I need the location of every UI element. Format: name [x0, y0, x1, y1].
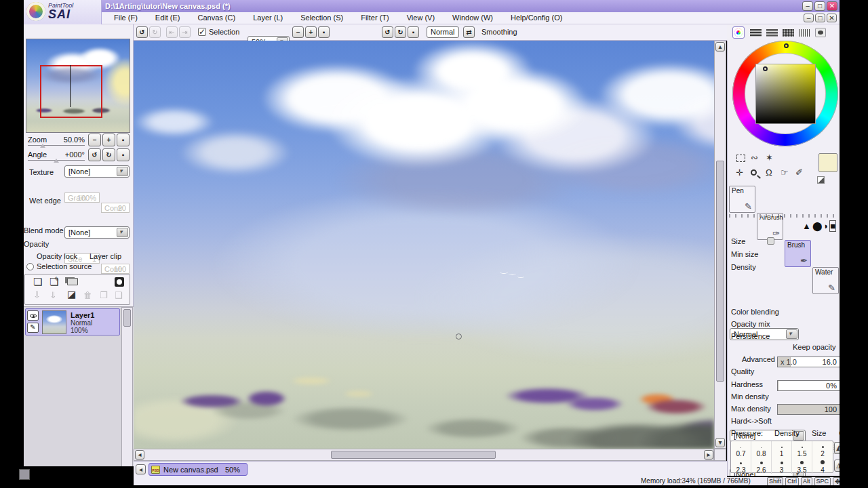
nav-angle-slider-thumb[interactable] [54, 159, 59, 163]
secondary-color-swatch[interactable] [817, 176, 825, 184]
brush-mode-arrow-icon[interactable] [786, 329, 797, 339]
menu-edit[interactable]: Edit (E) [155, 14, 180, 22]
app-minimize-button[interactable] [802, 1, 813, 11]
tool-pen[interactable]: Pen✎ [729, 186, 755, 213]
deselect-button[interactable] [166, 26, 178, 38]
color-wheel[interactable] [732, 41, 838, 146]
doc-maximize-button[interactable] [815, 14, 825, 22]
menu-filter[interactable]: Filter (T) [361, 14, 389, 22]
tip-triangle-icon[interactable]: ▲ [802, 221, 811, 231]
size-slider[interactable]: x 1.016.0 [777, 357, 840, 367]
magic-wand-icon[interactable]: ✶ [766, 153, 773, 162]
navigator-preview[interactable] [26, 39, 130, 133]
rotate-cw-button[interactable] [395, 26, 406, 38]
scroll-right-button[interactable] [704, 450, 713, 460]
horizontal-scroll-thumb[interactable] [331, 451, 496, 459]
sv-selector-ring[interactable] [763, 66, 768, 71]
layer-row-layer1[interactable]: ✎ Layer1 Normal 100% [25, 308, 120, 336]
layer-visibility-toggle[interactable] [27, 310, 39, 321]
hsv-slider-tab-icon[interactable] [766, 29, 778, 37]
menu-layer[interactable]: Layer (L) [253, 14, 283, 22]
nav-zoom-slider-thumb[interactable] [40, 144, 45, 148]
menu-view[interactable]: View (V) [407, 14, 435, 22]
nav-rotate-reset-button[interactable] [117, 148, 130, 161]
rotate-tool-icon[interactable]: Ω [766, 168, 772, 177]
saturation-value-square[interactable] [755, 64, 816, 124]
color-wheel-tab-icon[interactable] [732, 26, 745, 39]
nav-zoom-out-button[interactable] [88, 134, 101, 146]
app-maximize-button[interactable] [814, 1, 825, 11]
scroll-down-button[interactable] [715, 438, 725, 447]
tip-dome-icon[interactable]: ◗ [823, 221, 829, 231]
lasso-icon[interactable]: ∾ [751, 153, 758, 162]
selection-visible-checkbox[interactable] [198, 28, 206, 36]
doc-close-button[interactable] [827, 14, 837, 22]
wet-edge-dropdown-arrow-icon[interactable] [117, 228, 128, 237]
doc-minimize-button[interactable] [804, 14, 814, 22]
hand-tool-icon[interactable]: ☞ [781, 168, 789, 177]
transfer-down-icon[interactable]: ⇩ [33, 291, 41, 300]
menu-file[interactable]: File (F) [114, 14, 138, 22]
tab-scroll-left-button[interactable] [136, 464, 146, 474]
paint-mode-box[interactable]: Normal [427, 26, 459, 38]
clear-layer-icon[interactable]: ◪ [67, 289, 76, 299]
hue-selector-ring[interactable] [784, 43, 789, 48]
brush-tip-shapes[interactable]: ▲⬤◗■ [802, 220, 840, 232]
tip-square-icon[interactable]: ■ [830, 221, 835, 231]
current-color-swatch[interactable] [818, 153, 837, 172]
menu-canvas[interactable]: Canvas (C) [198, 14, 236, 22]
delete-layer-icon[interactable]: 🗑 [83, 291, 92, 300]
zoom-tool-icon[interactable] [751, 169, 757, 176]
nav-zoom-reset-button[interactable] [117, 134, 130, 146]
undo-button[interactable] [136, 26, 148, 38]
reselect-button[interactable] [179, 26, 191, 38]
density-slider[interactable]: 100 [777, 404, 840, 415]
tip-round-icon[interactable]: ⬤ [812, 221, 823, 231]
rotate-ccw-button[interactable] [382, 26, 393, 38]
layer-list-scrollbar[interactable] [121, 307, 133, 467]
vertical-scroll-thumb[interactable] [716, 161, 724, 382]
scroll-left-button[interactable] [135, 450, 144, 460]
texture-dropdown-arrow-icon[interactable] [117, 167, 128, 176]
zoom-in-button[interactable] [305, 26, 317, 38]
merge-down-icon[interactable]: ⇓ [50, 291, 57, 300]
texture-dropdown[interactable]: [None] [64, 165, 130, 178]
size-unit-toggle[interactable] [767, 237, 774, 245]
copy-layer-icon[interactable]: ❐ [100, 291, 108, 300]
layer-mask-icon[interactable] [115, 277, 124, 287]
flip-horizontal-button[interactable] [463, 26, 475, 38]
menu-helpconfig[interactable]: Help/Config (O) [511, 14, 562, 22]
eyedropper-tool-icon[interactable]: ✐ [795, 168, 803, 177]
canvas-viewport[interactable] [134, 41, 714, 449]
zoom-out-button[interactable] [292, 26, 304, 38]
paste-layer-icon[interactable]: ❑ [115, 291, 123, 300]
size-grid-scroll-down-button[interactable] [834, 460, 840, 472]
nav-rotate-ccw-button[interactable] [88, 148, 101, 161]
rect-select-icon[interactable] [736, 155, 745, 162]
vertical-scrollbar[interactable] [714, 41, 726, 449]
menu-window[interactable]: Window (W) [452, 14, 493, 22]
scratchpad-tab-icon[interactable] [815, 28, 826, 37]
size-grid-scroll-up-button[interactable] [834, 442, 840, 454]
wet-edge-dropdown[interactable]: [None] [64, 226, 130, 239]
tool-brush[interactable]: Brush✒ [785, 240, 811, 267]
custom-palette-tab-icon[interactable] [799, 29, 810, 37]
min-size-slider[interactable]: 0% [777, 380, 840, 391]
move-tool-icon[interactable]: ✛ [736, 168, 743, 177]
new-linework-layer-icon[interactable]: ❏✎ [50, 277, 58, 287]
rgb-slider-tab-icon[interactable] [750, 29, 762, 37]
navigator-view-rect[interactable] [40, 65, 102, 118]
nav-zoom-in-button[interactable] [102, 134, 115, 146]
tool-water[interactable]: Water✎ [812, 267, 839, 294]
menu-selection[interactable]: Selection (S) [300, 14, 343, 22]
redo-button[interactable] [149, 26, 161, 38]
zoom-reset-button[interactable] [318, 26, 330, 38]
selection-source-radio[interactable] [26, 263, 34, 270]
new-layer-icon[interactable]: ❏ [33, 277, 42, 287]
swatches-tab-icon[interactable] [783, 29, 794, 37]
app-close-button[interactable] [827, 1, 837, 11]
new-folder-icon[interactable] [67, 278, 78, 285]
horizontal-scrollbar[interactable] [134, 449, 714, 461]
nav-zoom-slider[interactable] [28, 145, 85, 146]
scroll-up-button[interactable] [715, 42, 725, 52]
